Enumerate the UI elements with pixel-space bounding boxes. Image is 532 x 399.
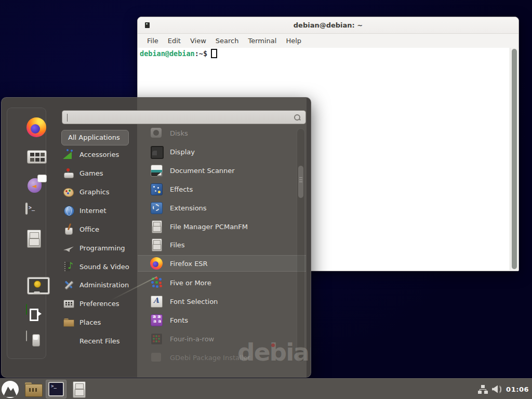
taskbar-clock[interactable]: 01:06 <box>506 385 530 393</box>
log-out-button[interactable] <box>26 304 27 314</box>
terminal-window-title: debian@debian: ~ <box>138 21 518 29</box>
extensions-gear-icon <box>150 202 163 214</box>
prompt-user-host: debian@debian <box>140 49 195 58</box>
taskbar: 01:06 <box>0 378 532 399</box>
app-item-firefox-esr[interactable]: Firefox ESR <box>138 255 306 272</box>
programming-icon <box>63 242 74 254</box>
category-games[interactable]: Games <box>63 165 138 181</box>
log-out-icon <box>26 304 27 315</box>
office-icon <box>63 223 74 235</box>
effects-icon <box>150 183 163 195</box>
app-item-extensions[interactable]: Extensions <box>150 200 300 216</box>
category-all-applications[interactable]: All Applications <box>61 130 129 145</box>
app-item-effects[interactable]: Effects <box>150 181 300 197</box>
graphics-icon <box>63 186 74 197</box>
search-input[interactable] <box>66 112 290 123</box>
category-preferences[interactable]: Preferences <box>63 296 138 311</box>
terminal-scrollbar-thumb[interactable] <box>512 49 517 269</box>
disks-icon <box>150 127 163 139</box>
search-box[interactable] <box>62 110 306 124</box>
category-accessories[interactable]: Accessories <box>63 147 138 162</box>
fonts-icon <box>150 314 163 326</box>
folder-icon <box>25 382 42 396</box>
quit-button[interactable] <box>26 331 27 341</box>
category-administration[interactable]: Administration <box>63 277 138 292</box>
places-folder-icon <box>63 316 74 328</box>
terminal-icon <box>25 203 28 215</box>
menu-edit[interactable]: Edit <box>163 35 185 46</box>
menu-terminal[interactable]: Terminal <box>243 35 281 46</box>
app-item-five-or-more[interactable]: Five or More <box>150 274 300 291</box>
application-menu: All Applications Accessories Games Graph… <box>1 97 311 378</box>
preferences-icon <box>63 298 74 309</box>
app-item-document-scanner[interactable]: Document Scanner <box>150 162 300 179</box>
volume-icon[interactable] <box>492 385 502 394</box>
category-sound-video[interactable]: Sound & Video <box>63 259 138 274</box>
display-icon <box>150 145 163 158</box>
network-icon[interactable] <box>478 385 488 394</box>
terminal-cursor <box>211 49 217 58</box>
app-list-scrollbar-thumb[interactable] <box>298 166 303 198</box>
gdebi-package-icon <box>150 351 163 364</box>
category-graphics[interactable]: Graphics <box>63 184 138 200</box>
file-cabinet-icon <box>150 220 163 233</box>
file-cabinet-icon <box>73 381 85 397</box>
sound-video-icon <box>63 261 74 272</box>
firefox-icon <box>150 257 163 270</box>
terminal-icon <box>48 382 64 396</box>
document-scanner-icon <box>150 164 163 177</box>
category-recent-files[interactable]: Recent Files <box>63 333 138 349</box>
terminal-scrollbar[interactable] <box>510 48 518 270</box>
taskbar-terminal-task[interactable] <box>46 380 66 398</box>
prompt-path: :~$ <box>195 49 207 58</box>
category-places[interactable]: Places <box>63 314 138 330</box>
menu-view[interactable]: View <box>185 35 211 46</box>
app-item-gdebi[interactable]: GDebi Package Installer <box>150 349 300 366</box>
app-item-file-manager-pcmanfm[interactable]: File Manager PCManFM <box>150 218 300 235</box>
system-tray: 01:06 <box>478 379 530 399</box>
accessories-icon <box>63 149 74 160</box>
menu-button[interactable] <box>0 380 21 398</box>
internet-globe-icon <box>63 205 74 216</box>
taskbar-files-task[interactable] <box>69 380 89 398</box>
menu-file[interactable]: File <box>142 35 163 46</box>
search-icon <box>294 114 301 121</box>
app-item-display[interactable]: Display <box>150 143 300 160</box>
app-list-scrollbar[interactable] <box>297 128 305 362</box>
games-icon <box>63 167 74 179</box>
category-office[interactable]: Office <box>63 221 138 237</box>
terminal-prompt: debian@debian:~$ <box>140 49 217 58</box>
text-caret <box>67 114 68 122</box>
four-in-a-row-icon <box>150 332 163 345</box>
menu-logo-icon <box>2 381 19 398</box>
favorites-column <box>7 108 46 359</box>
app-item-disks[interactable]: Disks <box>150 125 300 141</box>
app-item-files[interactable]: Files <box>150 236 300 253</box>
file-cabinet-icon <box>150 238 163 251</box>
terminal-titlebar[interactable]: debian@debian: ~ <box>138 17 518 34</box>
font-selection-icon <box>150 295 163 308</box>
taskbar-file-manager-launcher[interactable] <box>23 380 44 398</box>
terminal-menubar: File Edit View Search Terminal Help <box>138 34 518 48</box>
app-item-font-selection[interactable]: Font Selection <box>150 293 300 310</box>
five-or-more-dots-icon <box>150 276 163 289</box>
administration-icon <box>63 279 74 290</box>
category-internet[interactable]: Internet <box>63 203 138 218</box>
favorite-terminal-button[interactable] <box>25 204 28 214</box>
category-programming[interactable]: Programming <box>63 240 138 256</box>
shutdown-icon <box>26 330 27 341</box>
menu-search[interactable]: Search <box>211 35 244 46</box>
app-item-four-in-a-row[interactable]: Four-in-a-row <box>150 330 300 347</box>
menu-help[interactable]: Help <box>281 35 306 46</box>
app-item-fonts[interactable]: Fonts <box>150 312 300 328</box>
